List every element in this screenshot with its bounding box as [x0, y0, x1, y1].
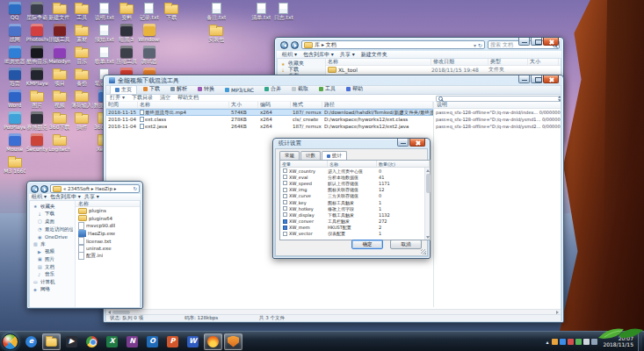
desktop-icon[interactable]: 战网 [4, 24, 26, 46]
column-date[interactable]: 修改日期 [431, 59, 488, 65]
desktop-icon[interactable]: 新建文件夹 [48, 2, 71, 24]
address-bar[interactable]: « 2345Soft ▸ HaoZip ▸ ↻ [50, 184, 140, 193]
desktop-icon[interactable]: 迅雷 [4, 68, 26, 90]
variable-row[interactable]: XW_eval 分析本地数据值 41 [280, 174, 430, 180]
ribbon-tab[interactable]: MP3/LRC [221, 86, 258, 94]
column-variable[interactable]: 变量 [280, 161, 328, 167]
checkbox[interactable] [283, 206, 287, 211]
desktop-icon[interactable]: 备份 [71, 68, 94, 90]
toolbar-item[interactable]: 帮助文档 [177, 95, 199, 102]
variable-row[interactable]: XW_vector 仪表配置 1 [280, 231, 430, 237]
refresh-icon[interactable]: ↻ [133, 186, 137, 191]
desktop-icon[interactable]: Security [26, 133, 49, 155]
tray-app-red[interactable] [568, 339, 574, 345]
nav-item[interactable]: ◔ 最近访问的位置 [30, 226, 75, 233]
desktop-icon[interactable]: Word [4, 90, 26, 111]
nav-item[interactable]: ♪ 音乐 [30, 270, 75, 278]
desktop-icon[interactable]: Windows [138, 24, 161, 46]
nav-item[interactable]: ★ 收藏夹 [278, 61, 325, 67]
ok-button[interactable]: 确定 [351, 240, 383, 249]
nav-item[interactable]: ◉ OneDrive [30, 233, 75, 240]
desktop-icon[interactable]: Logitech [48, 133, 71, 155]
desktop-icon[interactable]: Mouse [4, 133, 26, 155]
filter-search-box[interactable] [436, 96, 561, 102]
back-button[interactable] [280, 41, 288, 49]
column-path[interactable]: 路径 [322, 102, 433, 108]
nav-item[interactable]: ▶ 视频 [30, 248, 75, 256]
checkbox[interactable] [283, 181, 287, 185]
checkbox[interactable] [283, 188, 287, 192]
desktop-icon[interactable]: 调试器 [138, 46, 161, 68]
desktop-icon[interactable]: 旧版工具 [48, 24, 71, 46]
minimize-button[interactable] [397, 139, 409, 147]
dialog-tab[interactable]: 计数 [300, 151, 321, 160]
column-count[interactable]: 数量(次) [377, 161, 430, 167]
toolbar-item[interactable]: 共享 ▾ [340, 51, 355, 59]
desktop-icon[interactable]: 歌单.txt [93, 46, 116, 68]
hidden-icons-arrow[interactable]: ▴ [544, 339, 550, 345]
desktop-icon[interactable]: M3 1660 [4, 155, 26, 177]
cancel-button[interactable]: 取消 [390, 240, 422, 249]
variable-row[interactable]: XW_key 图标工具触发 1 [280, 199, 430, 205]
minimize-button[interactable] [518, 75, 530, 83]
description-row[interactable]: pass=q_sfx-128-offline="D:/q-nw-dnld/ind… [434, 109, 561, 116]
tray-app-orange[interactable] [552, 339, 558, 345]
nav-item[interactable]: ★ 收藏夹 [30, 203, 75, 211]
desktop-icon[interactable]: 插件 [71, 111, 94, 133]
outlook-icon[interactable]: O [143, 333, 162, 350]
vertical-scrollbar[interactable] [424, 168, 430, 240]
checkbox[interactable] [283, 194, 287, 198]
toolbar-item[interactable]: 共享 ▾ [84, 193, 99, 201]
table-row[interactable]: 2018-11-04 ext.class 278KB x264 cls/_cre… [106, 116, 433, 123]
desktop-icon[interactable]: 图片 [26, 90, 49, 111]
desktop-icon[interactable]: KMPlayer [26, 68, 49, 90]
nav-item[interactable]: ▤ 文档 [30, 263, 75, 271]
desktop-icon[interactable]: 赛博朋克 [26, 111, 49, 133]
nav-item[interactable]: ▢ 桌面 [30, 218, 75, 226]
chevron-down-icon[interactable]: ▾ [474, 42, 476, 48]
file-row[interactable]: msvcp90.dll [76, 222, 140, 230]
desktop-icon[interactable]: 暗黑３ [116, 24, 139, 46]
desktop-icon[interactable]: 压缩工具 [116, 46, 139, 68]
scroll-down-arrow[interactable] [426, 236, 430, 239]
nav-item[interactable]: ◈ 网络 [30, 286, 75, 294]
nav-item[interactable]: ↓ 下载 [278, 67, 325, 73]
tray-app-blue[interactable] [560, 339, 566, 345]
forward-button[interactable] [291, 41, 299, 49]
desktop-icon[interactable]: 备注.txt [206, 2, 228, 24]
desktop-icon[interactable]: Photoshop [26, 24, 49, 46]
ribbon-tab[interactable]: 解析 [166, 84, 192, 94]
ribbon-tab[interactable]: 主页 [110, 85, 137, 94]
checkbox[interactable] [283, 200, 287, 204]
checkbox[interactable] [283, 168, 287, 173]
dialog-tab[interactable]: 统计 [322, 151, 347, 160]
desktop-icon[interactable]: 项目 [48, 68, 71, 90]
desktop-icon[interactable]: 酷狗音乐 [26, 46, 49, 68]
column-type[interactable]: 类型 [488, 59, 528, 65]
desktop-icon[interactable]: IE浏览器 [4, 46, 26, 68]
refresh-icon[interactable]: ↻ [478, 42, 482, 48]
toolbar-item[interactable]: 组织 ▾ [282, 51, 297, 59]
ribbon-tab[interactable]: 工具 [315, 84, 340, 94]
desktop-icon[interactable]: 下载 [161, 2, 184, 24]
close-button[interactable] [409, 139, 425, 147]
security-shield-icon[interactable] [224, 333, 242, 350]
forward-button[interactable] [40, 185, 48, 193]
nav-item[interactable]: ▥ 库 [30, 240, 75, 248]
scroll-left-arrow[interactable] [108, 311, 111, 314]
desktop-icon[interactable]: 视频 [48, 90, 71, 111]
ribbon-tab[interactable]: 截取 [287, 84, 313, 94]
file-row[interactable]: license.txt [76, 237, 140, 245]
column-name[interactable]: 名称 [328, 161, 377, 167]
file-row[interactable]: plugins [76, 207, 140, 215]
back-button[interactable] [31, 185, 39, 193]
desktop-icon[interactable]: 说明.txt [93, 2, 116, 24]
toolbar-item[interactable]: 包含到库中 ▾ [50, 193, 81, 201]
desktop-icon[interactable]: 星际争霸 [26, 2, 49, 24]
variable-row[interactable]: XW_conver 工具栏触发 272 [280, 218, 430, 225]
scrollbar-thumb[interactable] [426, 174, 431, 193]
excel-icon[interactable]: X [103, 333, 121, 350]
chrome-icon[interactable] [83, 333, 101, 350]
toolbar-item[interactable]: 新建文件夹 [361, 51, 387, 59]
close-button[interactable] [543, 75, 559, 83]
